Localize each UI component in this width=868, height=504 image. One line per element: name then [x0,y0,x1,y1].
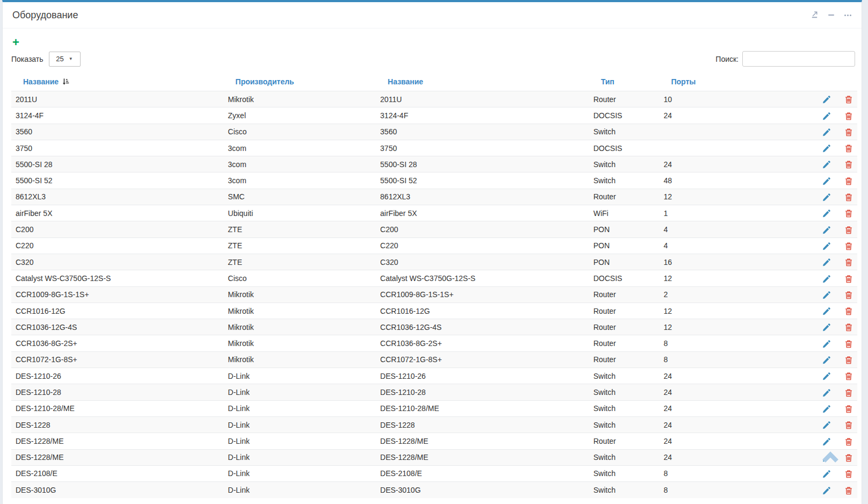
table-row[interactable]: CCR1036-12G-4S Mikrotik CCR1036-12G-4S R… [11,319,857,335]
edit-button[interactable] [822,421,831,429]
cell-actions [777,416,857,433]
table-row[interactable]: C220 ZTE C220 PON 4 [11,237,857,254]
delete-button[interactable] [844,323,853,332]
cell-type: Switch [589,465,660,481]
delete-button[interactable] [844,421,853,429]
edit-button[interactable] [822,405,831,413]
edit-button[interactable] [822,437,831,446]
delete-button[interactable] [844,144,853,153]
edit-button[interactable] [822,291,831,299]
table-row[interactable]: DES-2108/E D-Link DES-2108/E Switch 8 [11,465,857,481]
delete-button[interactable] [844,128,853,136]
delete-button[interactable] [844,486,853,495]
edit-button[interactable] [822,323,831,332]
delete-button[interactable] [844,470,853,478]
expand-button[interactable] [810,11,819,19]
table-row[interactable]: DES-1210-28/ME D-Link DES-1210-28/ME Swi… [11,400,857,416]
options-button[interactable] [843,11,852,19]
edit-button[interactable] [822,486,831,495]
cell-ports [659,124,777,140]
table-row[interactable]: CCR1009-8G-1S-1S+ Mikrotik CCR1009-8G-1S… [11,286,857,303]
edit-button[interactable] [822,470,831,478]
edit-button[interactable] [822,95,831,104]
pencil-icon [822,97,831,105]
table-row[interactable]: 8612XL3 SMC 8612XL3 Router 12 [11,189,857,205]
column-header-name[interactable]: Название [11,73,223,91]
page-size-select[interactable]: 25 ▼ [49,52,81,67]
column-header-name2[interactable]: Название [376,73,589,91]
table-row[interactable]: DES-1228/ME D-Link DES-1228/ME Router 24 [11,433,857,449]
edit-button[interactable] [822,258,831,267]
table-row[interactable]: DES-1228 D-Link DES-1228 Switch 24 [11,416,857,433]
table-row[interactable]: 3124-4F Zyxel 3124-4F DOCSIS 24 [11,107,857,124]
scroll-to-top-button[interactable] [821,449,840,465]
table-row[interactable]: 3560 Cisco 3560 Switch [11,124,857,140]
edit-button[interactable] [822,193,831,201]
delete-button[interactable] [844,209,853,218]
edit-button[interactable] [822,209,831,218]
table-row[interactable]: DES-1210-28 D-Link DES-1210-28 Switch 24 [11,384,857,400]
delete-button[interactable] [844,95,853,104]
pencil-icon [822,390,831,399]
add-equipment-button[interactable]: + [12,37,19,48]
panel-body: + Показать 25 ▼ Поиск: Названи [3,28,862,498]
delete-button[interactable] [844,356,853,364]
delete-button[interactable] [844,226,853,234]
edit-button[interactable] [822,340,831,348]
table-row[interactable]: CCR1036-8G-2S+ Mikrotik CCR1036-8G-2S+ R… [11,335,857,351]
delete-button[interactable] [844,437,853,446]
delete-button[interactable] [844,193,853,201]
delete-button[interactable] [844,453,853,462]
delete-button[interactable] [844,388,853,397]
edit-button[interactable] [822,144,831,153]
cell-manufacturer: Mikrotik [223,91,376,107]
cell-type: Router [589,91,660,107]
edit-button[interactable] [822,160,831,169]
pencil-icon [822,211,831,219]
edit-button[interactable] [822,372,831,380]
edit-button[interactable] [822,128,831,136]
table-row[interactable]: Catalyst WS-C3750G-12S-S Cisco Catalyst … [11,270,857,286]
delete-button[interactable] [844,340,853,348]
table-row[interactable]: airFiber 5X Ubiquiti airFiber 5X WiFi 1 [11,205,857,221]
edit-button[interactable] [822,242,831,250]
delete-button[interactable] [844,405,853,413]
search-input[interactable] [742,51,855,67]
edit-button[interactable] [822,226,831,234]
table-row[interactable]: C320 ZTE C320 PON 16 [11,254,857,270]
table-row[interactable]: 5500-SI 28 3com 5500-SI 28 Switch 24 [11,156,857,172]
edit-button[interactable] [822,275,831,283]
delete-button[interactable] [844,112,853,120]
pencil-icon [822,422,831,431]
table-row[interactable]: CCR1072-1G-8S+ Mikrotik CCR1072-1G-8S+ R… [11,351,857,368]
collapse-button[interactable] [827,11,835,19]
delete-button[interactable] [844,291,853,299]
column-header-ports[interactable]: Порты [659,73,777,91]
table-row[interactable]: 3750 3com 3750 DOCSIS [11,140,857,156]
delete-button[interactable] [844,177,853,185]
edit-button[interactable] [822,356,831,364]
table-row[interactable]: DES-3010G D-Link DES-3010G Switch 8 [11,482,857,498]
table-row[interactable]: 2011U Mikrotik 2011U Router 10 [11,91,857,107]
table-row[interactable]: C200 ZTE C200 PON 4 [11,221,857,237]
edit-button[interactable] [822,177,831,185]
delete-button[interactable] [844,258,853,267]
table-row[interactable]: DES-1210-26 D-Link DES-1210-26 Switch 24 [11,368,857,384]
edit-button[interactable] [822,388,831,397]
delete-button[interactable] [844,307,853,315]
edit-button[interactable] [822,307,831,315]
table-row[interactable]: CCR1016-12G Mikrotik CCR1016-12G Router … [11,303,857,319]
table-row[interactable]: 5500-SI 52 3com 5500-SI 52 Switch 48 [11,172,857,189]
table-row[interactable]: DES-1228/ME D-Link DES-1228/ME Switch 24 [11,449,857,465]
delete-button[interactable] [844,372,853,380]
table-header-row: Название [11,73,857,91]
delete-button[interactable] [844,160,853,169]
edit-button[interactable] [822,112,831,120]
cell-name: CCR1036-12G-4S [11,319,223,335]
trash-icon [844,162,853,170]
delete-button[interactable] [844,242,853,250]
cell-ports: 4 [659,221,777,237]
column-header-manufacturer[interactable]: Производитель [223,73,376,91]
delete-button[interactable] [844,275,853,283]
column-header-type[interactable]: Тип [589,73,660,91]
